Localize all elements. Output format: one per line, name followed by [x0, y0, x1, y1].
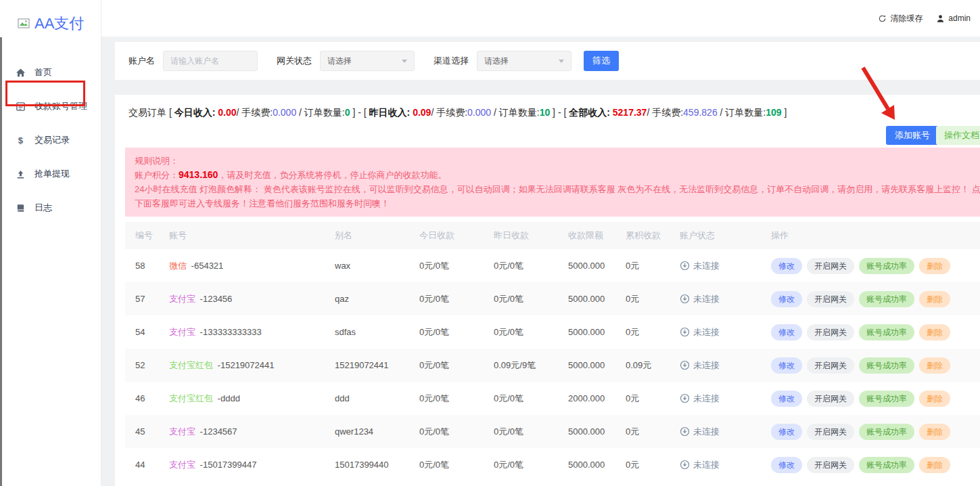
- sidebar-item-日志[interactable]: 日志: [0, 191, 101, 225]
- home-icon: [15, 67, 26, 78]
- table-row: 52支付宝红包 -15219072441152190724410元/0笔0.09…: [125, 349, 980, 382]
- row-alias: wax: [335, 249, 419, 282]
- column-header: 别名: [335, 222, 419, 249]
- edit-button[interactable]: 修改: [771, 457, 802, 473]
- edit-button[interactable]: 修改: [771, 357, 802, 374]
- edit-button[interactable]: 修改: [771, 258, 802, 274]
- account-name-input[interactable]: [163, 51, 258, 71]
- gateway-status-select[interactable]: 请选择: [320, 51, 415, 71]
- docs-download-button[interactable]: 操作文档下载: [936, 126, 980, 145]
- success-rate-button[interactable]: 账号成功率: [859, 391, 914, 407]
- page: AA支付 首页收款账号管理$交易记录抢单提现日志 清除缓存 admin 账户名 …: [0, 0, 980, 486]
- status-disconnected-icon: [680, 327, 690, 337]
- column-header: 编号: [125, 222, 169, 249]
- summary-segment: 0: [345, 107, 350, 118]
- status-label: 未连接: [693, 260, 720, 272]
- delete-button[interactable]: 删除: [919, 424, 950, 440]
- row-status: 未连接: [680, 282, 771, 315]
- column-header: 收款限额: [568, 222, 626, 249]
- row-yesterday-amount: 0元/0笔: [494, 382, 568, 415]
- table-row: 54支付宝 -133333333333sdfas0元/0笔0元/0笔5000.0…: [125, 315, 980, 349]
- row-today-amount: 0元/0笔: [419, 415, 494, 448]
- success-rate-button[interactable]: 账号成功率: [859, 357, 914, 374]
- row-yesterday-amount: 0.09元/9笔: [494, 349, 568, 382]
- row-actions: 修改开启网关账号成功率删除: [771, 382, 980, 415]
- open-gateway-button[interactable]: 开启网关: [807, 324, 854, 340]
- status-disconnected-icon: [680, 460, 690, 470]
- status-label: 未连接: [693, 459, 720, 471]
- open-gateway-button[interactable]: 开启网关: [807, 291, 854, 307]
- status-label: 未连接: [693, 359, 720, 372]
- delete-button[interactable]: 删除: [919, 357, 950, 374]
- row-total: 0元: [626, 448, 680, 481]
- delete-button[interactable]: 删除: [919, 258, 950, 274]
- delete-button[interactable]: 删除: [919, 457, 950, 473]
- open-gateway-button[interactable]: 开启网关: [807, 424, 854, 440]
- open-gateway-button[interactable]: 开启网关: [807, 391, 854, 407]
- success-rate-button[interactable]: 账号成功率: [859, 291, 914, 307]
- filter-button[interactable]: 筛选: [584, 51, 619, 71]
- chevron-down-icon: [402, 60, 407, 63]
- row-account: 支付宝 -1234567: [169, 415, 335, 448]
- summary-segment: 全部收入:: [569, 107, 613, 118]
- sidebar-item-label: 交易记录: [34, 134, 70, 146]
- success-rate-button[interactable]: 账号成功率: [859, 457, 914, 473]
- edit-button[interactable]: 修改: [771, 324, 802, 340]
- summary-segment: 今日收入:: [174, 107, 218, 118]
- row-limit: 5000.000: [568, 448, 626, 481]
- summary-segment: ] - [: [550, 107, 569, 118]
- row-account: 微信 -654321: [169, 249, 335, 282]
- log-icon: [15, 202, 26, 213]
- row-alias: 15219072441: [335, 349, 419, 382]
- success-rate-button[interactable]: 账号成功率: [859, 324, 914, 340]
- row-account: 支付宝 -133333333333: [169, 315, 335, 349]
- edit-button[interactable]: 修改: [771, 291, 802, 307]
- user-icon: [936, 14, 945, 23]
- row-yesterday-amount: 0元/0笔: [494, 315, 568, 349]
- summary-segment: 459.826: [683, 107, 718, 118]
- user-menu[interactable]: admin: [936, 14, 971, 23]
- sidebar: AA支付 首页收款账号管理$交易记录抢单提现日志: [0, 0, 101, 486]
- summary-segment: / 订单数量:: [718, 107, 766, 118]
- row-alias: qaz: [335, 282, 419, 315]
- success-rate-button[interactable]: 账号成功率: [859, 424, 914, 440]
- filter-bar: 账户名 网关状态 请选择 渠道选择 请选择 筛选: [115, 42, 980, 80]
- sidebar-item-首页[interactable]: 首页: [0, 56, 101, 89]
- column-header: 账户状态: [680, 222, 771, 249]
- status-disconnected-icon: [680, 261, 690, 271]
- open-gateway-button[interactable]: 开启网关: [807, 357, 854, 374]
- row-id: 58: [125, 249, 169, 282]
- sidebar-item-收款账号管理[interactable]: 收款账号管理: [0, 89, 101, 123]
- summary-segment: / 订单数量:: [296, 107, 345, 118]
- summary-segment: 0.00: [218, 107, 236, 118]
- row-id: 57: [125, 282, 169, 315]
- main-area: 清除缓存 admin 账户名 网关状态 请选择 渠道选择 请选择: [101, 0, 980, 486]
- edit-button[interactable]: 修改: [771, 424, 802, 440]
- edit-button[interactable]: 修改: [771, 391, 802, 407]
- status-label: 未连接: [693, 393, 720, 405]
- account-manage-icon: [15, 101, 26, 112]
- open-gateway-button[interactable]: 开启网关: [807, 457, 854, 473]
- table-header-row: 编号账号别名今日收款昨日收款收款限额累积收款账户状态操作: [125, 222, 980, 249]
- success-rate-button[interactable]: 账号成功率: [859, 258, 914, 274]
- summary-segment: 0.000: [467, 107, 491, 118]
- channel-tag: 支付宝: [169, 294, 195, 304]
- sidebar-item-抢单提现[interactable]: 抢单提现: [0, 157, 101, 191]
- sidebar-item-交易记录[interactable]: $交易记录: [0, 123, 101, 157]
- gateway-status-label: 网关状态: [277, 55, 312, 67]
- clear-cache-button[interactable]: 清除缓存: [878, 13, 923, 24]
- row-status: 未连接: [680, 448, 771, 481]
- app-logo[interactable]: AA支付: [0, 0, 101, 34]
- logo-image-icon: [18, 18, 30, 29]
- open-gateway-button[interactable]: 开启网关: [807, 258, 854, 274]
- delete-button[interactable]: 删除: [919, 391, 950, 407]
- row-today-amount: 0元/0笔: [419, 349, 494, 382]
- delete-button[interactable]: 删除: [919, 291, 950, 307]
- add-account-button[interactable]: 添加账号: [886, 126, 939, 145]
- channel-select[interactable]: 请选择: [477, 51, 571, 71]
- row-actions: 修改开启网关账号成功率删除: [771, 448, 980, 481]
- delete-button[interactable]: 删除: [919, 324, 950, 340]
- row-total: 0元: [626, 282, 680, 315]
- row-yesterday-amount: 0元/0笔: [494, 282, 568, 315]
- refresh-icon: [878, 14, 887, 23]
